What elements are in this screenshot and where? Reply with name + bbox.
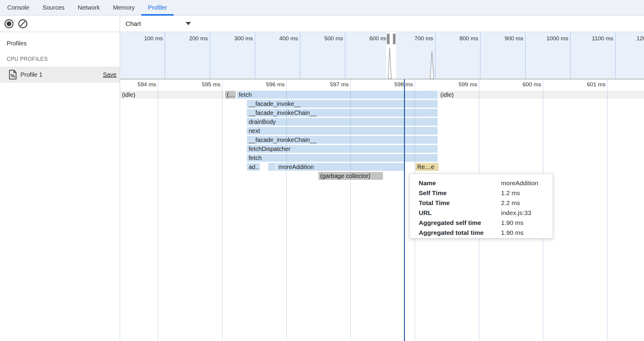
chevron-down-icon [186, 22, 191, 25]
overview-tick-label: 1100 ms [592, 35, 613, 41]
detail-tick-label: 600 ms [508, 80, 541, 89]
detail-gridline [607, 79, 608, 341]
flame-frame[interactable]: Re…e [415, 163, 439, 171]
tooltip-value: 2.2 ms [501, 198, 520, 208]
selection-handle-right[interactable] [393, 34, 396, 44]
profiler-sidebar: Profiles CPU PROFILES % Profile 1 Save [0, 16, 120, 341]
flame-frame[interactable] [268, 163, 276, 171]
detail-gridline [350, 79, 351, 341]
tooltip-label: URL [419, 208, 501, 218]
timeline-overview[interactable]: 100 ms200 ms300 ms400 ms500 ms600 ms700 … [120, 32, 644, 79]
document-percent-icon: % [9, 70, 17, 80]
overview-tick-label: 700 ms [415, 35, 433, 41]
profiler-panel: Profiles CPU PROFILES % Profile 1 Save C… [0, 16, 644, 341]
tab-network[interactable]: Network [71, 0, 106, 15]
overview-tick-label: 400 ms [279, 35, 298, 41]
svg-text:%: % [11, 73, 15, 79]
flame-frame[interactable]: (idle) [439, 91, 644, 99]
overview-column: 700 ms [390, 32, 436, 79]
profiler-chart-area: Chart 100 ms200 ms300 ms400 ms500 ms600 … [120, 16, 644, 341]
overview-column: 100 ms [120, 32, 165, 79]
profiles-list: Profiles CPU PROFILES % Profile 1 Save [0, 40, 120, 83]
overview-column: 400 ms [255, 32, 300, 79]
flame-frame[interactable]: (idle) [120, 91, 224, 99]
tooltip-value: 1.90 ms [501, 228, 524, 238]
overview-tick-label: 100 ms [144, 35, 163, 41]
overview-column: 200 ms [165, 32, 210, 79]
overview-column: 1100 ms [571, 32, 616, 79]
tooltip-row: Aggregated total time1.90 ms [419, 228, 553, 238]
overview-tick-label: 1200 ms [636, 35, 644, 41]
detail-tick-label: 599 ms [444, 80, 477, 89]
overview-column: 900 ms [481, 32, 526, 79]
overview-column: 1200 ms [616, 32, 644, 79]
playhead-line[interactable] [404, 79, 405, 341]
tab-console[interactable]: Console [1, 0, 36, 15]
flame-frame[interactable]: ad…s [247, 163, 260, 171]
record-icon [5, 19, 14, 28]
flame-frame[interactable]: __facade_invoke__ [247, 100, 438, 108]
flame-frame[interactable]: fetch [237, 91, 438, 99]
flame-frame[interactable]: drainBody [247, 118, 438, 126]
overview-tick-label: 800 ms [460, 35, 478, 41]
view-mode-select[interactable]: Chart [120, 20, 195, 27]
tab-profiler[interactable]: Profiler [141, 0, 173, 15]
detail-tick-label: 596 ms [252, 80, 285, 89]
flame-chart[interactable]: 594 ms595 ms596 ms597 ms598 ms599 ms600 … [120, 79, 644, 341]
overview-tick-label: 300 ms [234, 35, 253, 41]
selection-handle-left[interactable] [387, 34, 390, 44]
overview-tick-label: 600 ms [369, 35, 388, 41]
detail-tick-label: 601 ms [573, 80, 606, 89]
view-mode-label: Chart [126, 20, 141, 27]
detail-gridline [158, 79, 158, 341]
overview-column: 300 ms [210, 32, 255, 79]
overview-tick-label: 1000 ms [546, 35, 568, 41]
overview-column: 800 ms [436, 32, 481, 79]
flame-frame[interactable]: __facade_invokeChain__ [247, 136, 438, 144]
overview-tick-label: 500 ms [324, 35, 343, 41]
tooltip-row: Total Time2.2 ms [419, 198, 553, 208]
flame-frame[interactable]: moreAddition [277, 163, 404, 171]
devtools-window: ConsoleSourcesNetworkMemoryProfiler Prof… [0, 0, 644, 341]
detail-tick-label: 598 ms [380, 80, 413, 89]
tooltip-row: URLindex.js:33 [419, 208, 553, 218]
clear-slash-icon [18, 19, 27, 28]
flame-frame[interactable]: fetchDispatcher [247, 145, 438, 153]
chart-view-toolbar: Chart [120, 16, 644, 32]
clear-profiles-button[interactable] [18, 19, 28, 29]
devtools-tabbar: ConsoleSourcesNetworkMemoryProfiler [0, 0, 644, 16]
tooltip-row: Aggregated self time1.90 ms [419, 218, 553, 228]
tooltip-value: index.js:33 [501, 208, 531, 218]
profile-list-item[interactable]: % Profile 1 Save [0, 66, 120, 83]
record-profile-button[interactable] [4, 19, 14, 29]
tooltip-value: 1.2 ms [501, 188, 520, 198]
overview-tick-label: 200 ms [189, 35, 208, 41]
tooltip-row: NamemoreAddition [419, 178, 553, 188]
tooltip-value: 1.90 ms [501, 218, 524, 228]
tooltip-label: Total Time [419, 198, 501, 208]
overview-ruler: 100 ms200 ms300 ms400 ms500 ms600 ms700 … [120, 32, 644, 79]
overview-column: 500 ms [300, 32, 345, 79]
tooltip-label: Aggregated total time [419, 228, 501, 238]
flame-frame[interactable]: __facade_invokeChain__ [247, 109, 438, 117]
flame-frame[interactable]: (… [225, 91, 236, 99]
tab-memory[interactable]: Memory [106, 0, 141, 15]
flame-frame[interactable]: next [247, 127, 438, 135]
detail-tick-label: 597 ms [316, 80, 349, 89]
tooltip-label: Self Time [419, 188, 501, 198]
tab-sources[interactable]: Sources [36, 0, 71, 15]
profile-name: Profile 1 [20, 71, 103, 78]
flame-frame[interactable]: fetch [247, 154, 438, 162]
detail-gridline [286, 79, 287, 341]
save-profile-link[interactable]: Save [103, 71, 117, 78]
frame-details-tooltip: NamemoreAdditionSelf Time1.2 msTotal Tim… [409, 174, 553, 238]
detail-gridline [222, 79, 223, 341]
profiler-toolbar [0, 16, 120, 32]
tooltip-label: Name [419, 178, 501, 188]
detail-tick-label: 594 ms [123, 80, 156, 89]
overview-column: 600 ms [345, 32, 390, 79]
tooltip-value: moreAddition [501, 178, 538, 188]
profiles-heading: Profiles [7, 40, 120, 47]
cpu-profiles-section-label: CPU PROFILES [7, 56, 120, 62]
overview-tick-label: 900 ms [505, 35, 523, 41]
